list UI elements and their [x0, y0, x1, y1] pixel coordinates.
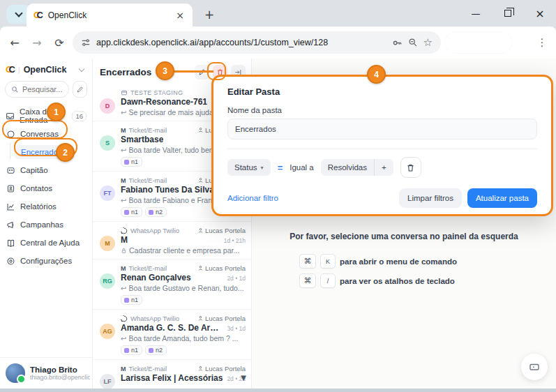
label-tag[interactable]: n2 [145, 207, 167, 217]
browser-menu-icon[interactable]: ⋮ [534, 36, 550, 49]
chevron-down-icon[interactable] [79, 66, 84, 71]
update-folder-button[interactable]: Atualizar pasta [467, 188, 537, 208]
contact-name: Renan Gonçalves [121, 273, 191, 282]
bookmark-star-icon[interactable]: ☆ [423, 36, 433, 49]
contact-name: Larissa Felix | Acessórias [121, 373, 223, 383]
restore-button[interactable] [492, 0, 524, 27]
sidebar-item-conversas[interactable]: Conversas [0, 125, 92, 143]
sidebar-item-label: Contatos [20, 184, 52, 193]
keycap: / [320, 273, 336, 288]
avatar: LF [100, 374, 115, 389]
label-tag[interactable]: n1 [121, 157, 142, 167]
conversation-item[interactable]: RG M Ticket/E-mail Lucas Portela Renan G… [93, 259, 251, 310]
reply-icon: ↩ [121, 335, 126, 342]
zoom-out-icon[interactable] [408, 38, 418, 47]
url-text[interactable]: app.clickdesk.openclick.ai/app/accounts/… [96, 38, 386, 47]
browser-toolbar: ← → ⟳ app.clickdesk.openclick.ai/app/acc… [0, 27, 556, 59]
message-preview: Boa tarde Gustavo e Renan, tudo... [128, 284, 243, 292]
user-profile[interactable]: Thiago Brito thiago.brito@openclick... [0, 357, 92, 389]
channel-label: TESTE STAGING [130, 89, 183, 96]
search-input[interactable] [22, 85, 63, 93]
sidebar-item-configuracoes[interactable]: Configurações [0, 252, 92, 270]
robot-icon [6, 166, 15, 175]
sidebar-item-contatos[interactable]: Contatos [0, 179, 92, 197]
new-tab-button[interactable]: + [201, 6, 218, 23]
equals-symbol: = [278, 163, 283, 173]
browser-tab[interactable]: CC OpenClick × [27, 3, 193, 27]
person-icon [197, 265, 204, 271]
filter-field-dropdown[interactable]: Status▾ [227, 159, 271, 176]
tag-color-square [124, 348, 129, 353]
divider: | [18, 66, 20, 74]
timestamp: 3d • 1d [223, 325, 246, 332]
sidebar-item-central-ajuda[interactable]: Central de Ajuda [0, 234, 92, 252]
url-bar[interactable]: app.clickdesk.openclick.ai/app/accounts/… [73, 31, 441, 54]
window-close-button[interactable]: × [524, 0, 556, 27]
tag-color-square [124, 298, 129, 303]
sidebar-item-inbox[interactable]: Caixa de Entrada 16 [0, 107, 92, 125]
reply-icon: ↩ [121, 109, 126, 116]
user-name: Thiago Brito [30, 365, 90, 374]
agent-name: Lucas Portela [205, 227, 246, 234]
agent-name: Lucas Portela [205, 365, 246, 372]
conversation-item[interactable]: M WhatsApp Twilio Lucas Portela M1d • 21… [93, 222, 251, 259]
close-icon[interactable]: × [174, 10, 186, 21]
compose-button[interactable] [73, 81, 87, 98]
annotation-badge-2: 2 [56, 143, 75, 162]
taskbar-edge [0, 389, 556, 392]
search-box[interactable] [5, 81, 69, 98]
label-tag[interactable]: n2 [145, 345, 167, 355]
person-icon [197, 227, 204, 234]
trash-icon [406, 163, 415, 172]
avatar: RG [100, 273, 115, 289]
annotation-badge-4: 4 [367, 65, 386, 84]
scroll-down-icon[interactable]: ▼ [241, 374, 246, 382]
tag-color-square [124, 160, 129, 165]
conversation-item[interactable]: AG WhatsApp Twilio Lucas Portela Amanda … [93, 310, 251, 360]
tag-color-square [149, 210, 153, 215]
add-value-button[interactable]: + [374, 159, 393, 176]
reply-icon: ↩ [121, 285, 126, 292]
conversation-item[interactable]: LF M Ticket/E-mail Lucas Portela Larissa… [93, 360, 251, 389]
remove-filter-button[interactable] [400, 157, 421, 178]
sidebar-item-relatorios[interactable]: Relatórios [0, 197, 92, 216]
megaphone-icon [6, 220, 15, 229]
forward-button[interactable]: → [28, 33, 46, 52]
keyboard-shortcuts: ⌘ K para abrir o menu de comando ⌘ / par… [252, 254, 556, 288]
sidebar-item-campanhas[interactable]: Campanhas [0, 216, 92, 234]
label-tag[interactable]: n1 [121, 295, 142, 305]
add-filter-link[interactable]: Adicionar filtro [227, 194, 278, 202]
sidebar-item-label: Central de Ajuda [20, 239, 80, 247]
sidebar-subitem-wrap: Encerrados [0, 143, 92, 161]
edit-folder-modal: Editar Pasta Nome da pasta Status▾ = Igu… [211, 75, 553, 216]
person-icon [197, 315, 204, 322]
label-tag[interactable]: n1 [121, 345, 142, 355]
whatsapp-icon [121, 315, 128, 322]
tune-icon[interactable] [81, 38, 91, 47]
filter-value-chip[interactable]: Resolvidas + [321, 159, 393, 176]
reload-button[interactable]: ⟳ [50, 33, 68, 52]
sidebar-header: CC | OpenClick [0, 59, 92, 77]
channel-label: WhatsApp Twilio [130, 227, 179, 234]
person-icon [197, 127, 204, 133]
chat-bubble-icon [6, 130, 15, 139]
clear-filters-button[interactable]: Limpar filtros [399, 188, 462, 208]
whatsapp-icon [121, 227, 128, 234]
label-tag[interactable]: n1 [121, 207, 142, 217]
folder-name-input[interactable] [227, 119, 537, 140]
keycap: K [320, 254, 336, 269]
agent-name: Lucas Portela [205, 264, 246, 272]
settings-icon [6, 257, 15, 266]
browser-tabstrip: CC OpenClick × + — × [0, 0, 556, 27]
back-button[interactable]: ← [6, 33, 24, 52]
password-key-icon[interactable] [392, 38, 403, 48]
website-widget-icon [121, 89, 128, 96]
sidebar-item-label: Conversas [20, 130, 59, 138]
tab-title: OpenClick [48, 10, 169, 20]
message-preview: Boa tarde Fabiano e Frankl [128, 196, 217, 204]
sidebar-item-capitao[interactable]: Capitão [0, 161, 92, 179]
minimize-button[interactable]: — [460, 0, 492, 27]
brand-name: OpenClick [24, 65, 76, 75]
keyboard-shortcuts-fab[interactable] [521, 354, 548, 380]
contact-name: Smartbase [121, 135, 163, 144]
